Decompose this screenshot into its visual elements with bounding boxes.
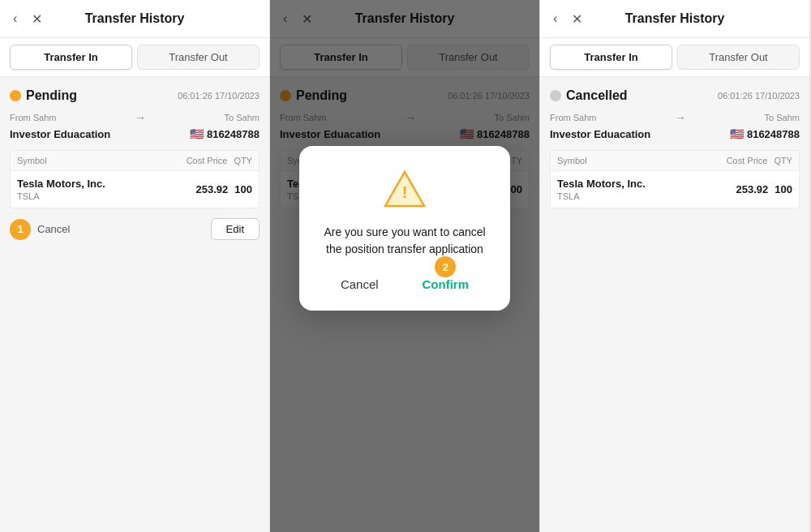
stock-name-right: Tesla Motors, Inc. xyxy=(557,178,730,190)
tab-transfer-in-right[interactable]: Transfer In xyxy=(550,45,672,70)
qty-left: 100 xyxy=(234,183,252,195)
status-row-right: Cancelled 06:01:26 17/10/2023 xyxy=(550,88,800,103)
transfer-direction-right: From Sahm → To Sahm xyxy=(550,111,800,124)
cost-price-right: 253.92 xyxy=(736,183,769,195)
from-label-right: From Sahm xyxy=(550,113,596,122)
col-cost-left: Cost Price xyxy=(187,156,228,165)
panel-middle: ‹ ✕ Transfer History Transfer In Transfe… xyxy=(270,0,540,532)
close-button-left[interactable]: ✕ xyxy=(28,10,45,28)
col-symbol-right: Symbol xyxy=(557,156,720,165)
action-row-left: 1 Cancel Edit xyxy=(10,218,260,240)
table-header-right: Symbol Cost Price QTY xyxy=(550,150,800,171)
table-row-left: Tesla Motors, Inc. TSLA 253.92 100 xyxy=(10,171,260,208)
overlay: ! Are you sure you want to cancel the po… xyxy=(270,0,539,532)
panel-left: ‹ ✕ Transfer History Transfer In Transfe… xyxy=(0,0,270,532)
tabs-right: Transfer In Transfer Out xyxy=(540,38,809,77)
to-label-left: To Sahm xyxy=(225,113,260,122)
dialog: ! Are you sure you want to cancel the po… xyxy=(299,146,510,311)
col-cost-right: Cost Price xyxy=(727,156,768,165)
to-label-right: To Sahm xyxy=(765,113,800,122)
dialog-message: Are you sure you want to cancel the posi… xyxy=(319,224,491,258)
transfer-names-right: Investor Eduacation 🇺🇸 816248788 xyxy=(550,127,800,140)
status-left-left: Pending xyxy=(10,88,77,103)
flag-right: 🇺🇸 xyxy=(730,127,744,140)
arrow-icon-right: → xyxy=(675,111,686,124)
tabs-left: Transfer In Transfer Out xyxy=(0,38,269,77)
dialog-badge: 2 xyxy=(435,256,456,277)
stock-ticker-left: TSLA xyxy=(17,191,190,201)
tab-transfer-in-left[interactable]: Transfer In xyxy=(10,45,132,70)
header-title-right: Transfer History xyxy=(625,11,725,26)
qty-right: 100 xyxy=(775,183,792,195)
account-num-right: 816248788 xyxy=(747,128,800,140)
status-time-right: 06:01:26 17/10/2023 xyxy=(718,91,800,101)
cancel-text-left[interactable]: Cancel xyxy=(37,223,70,235)
panel-right: ‹ ✕ Transfer History Transfer In Transfe… xyxy=(540,0,810,532)
tab-transfer-out-left[interactable]: Transfer Out xyxy=(137,45,260,70)
to-account-right: 🇺🇸 816248788 xyxy=(730,127,800,140)
status-text-right: Cancelled xyxy=(566,88,628,103)
warning-icon: ! xyxy=(383,169,427,211)
close-button-right[interactable]: ✕ xyxy=(569,10,586,28)
col-symbol-left: Symbol xyxy=(17,156,180,165)
badge-num-left: 1 xyxy=(10,219,31,240)
content-left: Pending 06:01:26 17/10/2023 From Sahm → … xyxy=(0,77,269,532)
back-button-left[interactable]: ‹ xyxy=(10,10,20,28)
header-right: ‹ ✕ Transfer History xyxy=(540,0,809,38)
back-button-right[interactable]: ‹ xyxy=(550,10,560,28)
header-left: ‹ ✕ Transfer History xyxy=(0,0,269,38)
status-dot-left xyxy=(10,90,21,101)
from-name-right: Investor Eduacation xyxy=(550,128,650,140)
status-dot-right xyxy=(550,90,561,101)
flag-left: 🇺🇸 xyxy=(190,127,204,140)
action-left-group: 1 Cancel xyxy=(10,219,70,240)
header-icons-left: ‹ ✕ xyxy=(10,10,45,28)
content-right: Cancelled 06:01:26 17/10/2023 From Sahm … xyxy=(540,77,809,532)
status-time-left: 06:01:26 17/10/2023 xyxy=(178,91,260,101)
table-header-left: Symbol Cost Price QTY xyxy=(10,150,260,171)
status-row-left: Pending 06:01:26 17/10/2023 xyxy=(10,88,260,103)
header-icons-right: ‹ ✕ xyxy=(550,10,586,28)
col-qty-left: QTY xyxy=(234,156,252,165)
table-row-right: Tesla Motors, Inc. TSLA 253.92 100 xyxy=(550,171,800,208)
status-text-left: Pending xyxy=(26,88,77,103)
status-left-right: Cancelled xyxy=(550,88,628,103)
dialog-cancel-button[interactable]: Cancel xyxy=(331,274,388,294)
transfer-direction-left: From Sahm → To Sahm xyxy=(10,111,260,124)
tab-transfer-out-right[interactable]: Transfer Out xyxy=(677,45,800,70)
to-account-left: 🇺🇸 816248788 xyxy=(190,127,260,140)
cost-price-left: 253.92 xyxy=(196,183,229,195)
arrow-icon-left: → xyxy=(135,111,146,124)
account-num-left: 816248788 xyxy=(207,128,260,140)
transfer-names-left: Investor Eduacation 🇺🇸 816248788 xyxy=(10,127,260,140)
stock-info-right: Tesla Motors, Inc. TSLA xyxy=(557,178,730,201)
svg-text:!: ! xyxy=(402,183,408,201)
stock-name-left: Tesla Motors, Inc. xyxy=(17,178,190,190)
stock-info-left: Tesla Motors, Inc. TSLA xyxy=(17,178,190,201)
from-name-left: Investor Eduacation xyxy=(10,128,110,140)
header-title-left: Transfer History xyxy=(85,11,185,26)
col-qty-right: QTY xyxy=(774,156,792,165)
edit-button-left[interactable]: Edit xyxy=(211,218,260,240)
dialog-actions: Cancel Confirm 2 xyxy=(319,274,491,294)
from-label-left: From Sahm xyxy=(10,113,56,122)
stock-ticker-right: TSLA xyxy=(557,191,730,201)
